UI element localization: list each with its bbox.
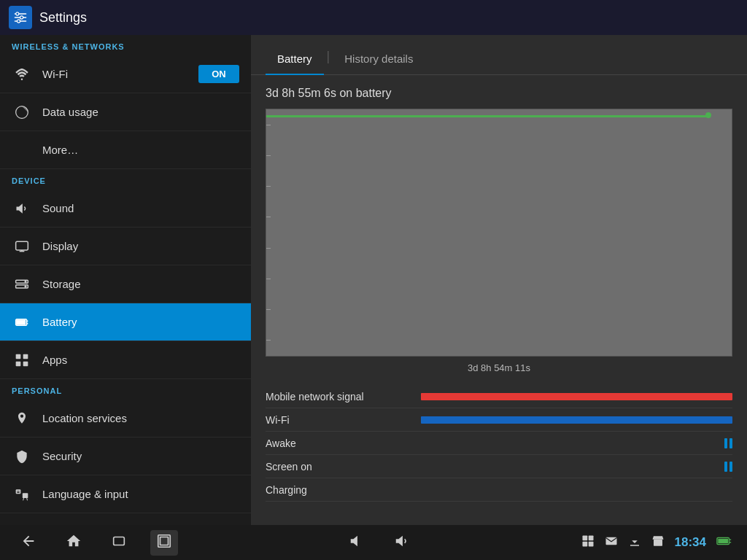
language-label: Language & input [42, 488, 128, 500]
wifi-toggle[interactable]: ON [198, 65, 239, 83]
apps-label: Apps [42, 354, 67, 366]
mobile-network-bar [421, 393, 732, 400]
language-icon [12, 487, 32, 502]
svg-rect-19 [17, 320, 26, 324]
svg-rect-22 [16, 361, 21, 366]
volume-up-button[interactable] [388, 530, 416, 556]
sound-icon [12, 201, 32, 216]
section-header-personal: PERSONAL [0, 379, 251, 400]
screen-on-bar-container [417, 463, 719, 470]
sidebar-item-display[interactable]: Display [0, 228, 251, 265]
awake-label: Awake [266, 438, 417, 449]
sidebar-item-security[interactable]: Security [0, 438, 251, 475]
sidebar-item-wifi[interactable]: Wi-Fi ON [0, 55, 251, 93]
charge-dot [705, 112, 711, 118]
svg-rect-23 [23, 361, 28, 366]
app-title: Settings [39, 10, 87, 26]
sidebar-item-more[interactable]: More… [0, 131, 251, 169]
svg-point-15 [25, 286, 26, 287]
wifi-icon [12, 67, 32, 82]
display-icon [12, 239, 32, 254]
tab-separator: | [324, 50, 333, 63]
sound-label: Sound [42, 202, 74, 214]
awake-dots [724, 438, 732, 448]
svg-rect-20 [16, 354, 21, 359]
location-label: Location services [42, 412, 127, 424]
battery-tabs: Battery | History details [251, 35, 747, 75]
data-usage-label: Data usage [42, 106, 98, 118]
storage-icon [12, 277, 32, 292]
home-button[interactable] [60, 530, 88, 556]
security-label: Security [42, 450, 82, 462]
email-icon [605, 534, 618, 551]
legend-mobile-network: Mobile network signal [266, 385, 732, 408]
sidebar-item-battery[interactable]: Battery [0, 303, 251, 341]
svg-rect-37 [605, 537, 616, 545]
svg-point-6 [21, 78, 23, 80]
wifi-signal-label: Wi-Fi [266, 414, 421, 426]
chart-time-label: 3d 8h 54m 11s [266, 362, 732, 373]
sidebar-item-storage[interactable]: Storage [0, 265, 251, 303]
battery-chart [266, 109, 732, 357]
legend-wifi: Wi-Fi [266, 408, 732, 432]
sidebar-item-language[interactable]: Language & input [0, 475, 251, 513]
legend-awake: Awake [266, 432, 732, 455]
data-usage-icon [12, 105, 32, 120]
gallery-icon [581, 534, 595, 551]
svg-rect-21 [23, 354, 28, 359]
awake-bar-container [417, 440, 719, 447]
mobile-network-label: Mobile network signal [266, 391, 421, 402]
sidebar-item-data-usage[interactable]: Data usage [0, 93, 251, 131]
svg-marker-8 [17, 203, 23, 213]
svg-point-3 [16, 12, 19, 15]
wifi-label: Wi-Fi [42, 68, 198, 80]
volume-down-button[interactable] [343, 530, 371, 556]
volume-buttons [343, 530, 416, 556]
display-label: Display [42, 240, 78, 252]
svg-point-14 [25, 281, 26, 282]
svg-rect-35 [582, 542, 587, 547]
sidebar-item-sound[interactable]: Sound [0, 190, 251, 228]
more-label: More… [42, 144, 78, 156]
content-area: Battery | History details 3d 8h 55m 6s o… [251, 35, 747, 525]
mobile-network-bar-container [421, 393, 732, 400]
bottom-bar: 18:34 [0, 525, 747, 560]
screenshot-button[interactable] [150, 530, 178, 556]
battery-content: 3d 8h 55m 6s on battery [251, 75, 747, 513]
svg-marker-32 [396, 535, 403, 546]
section-header-device: DEVICE [0, 169, 251, 190]
battery-chart-wrapper [266, 109, 732, 357]
sidebar: WIRELESS & NETWORKS Wi-Fi ON D [0, 35, 251, 525]
svg-marker-31 [351, 535, 357, 546]
chart-ticks [266, 109, 272, 356]
back-button[interactable] [15, 530, 42, 556]
storage-label: Storage [42, 278, 81, 290]
legend-charging: Charging [266, 478, 732, 502]
settings-app-icon [9, 6, 32, 29]
svg-rect-30 [160, 537, 169, 545]
svg-point-4 [20, 16, 23, 19]
tab-battery[interactable]: Battery [266, 47, 324, 75]
tab-history[interactable]: History details [333, 47, 425, 75]
svg-point-5 [17, 20, 20, 23]
svg-rect-41 [718, 538, 728, 542]
sidebar-item-apps[interactable]: Apps [0, 341, 251, 379]
wifi-bar [421, 416, 732, 424]
recents-button[interactable] [105, 530, 133, 556]
apps-icon [12, 353, 32, 368]
battery-duration: 3d 8h 55m 6s on battery [266, 87, 732, 100]
section-header-wireless: WIRELESS & NETWORKS [0, 35, 251, 55]
charge-line [266, 115, 710, 117]
status-area: 18:34 [581, 533, 732, 553]
svg-rect-27 [23, 493, 28, 498]
svg-rect-33 [582, 536, 587, 541]
battery-status-icon [716, 533, 732, 553]
sidebar-item-location[interactable]: Location services [0, 400, 251, 438]
charging-bar-container [421, 486, 732, 494]
download-icon [628, 534, 641, 551]
svg-rect-9 [16, 241, 28, 250]
svg-rect-39 [654, 540, 662, 546]
store-icon [651, 534, 665, 551]
charging-label: Charging [266, 484, 421, 496]
nav-buttons [15, 530, 178, 556]
